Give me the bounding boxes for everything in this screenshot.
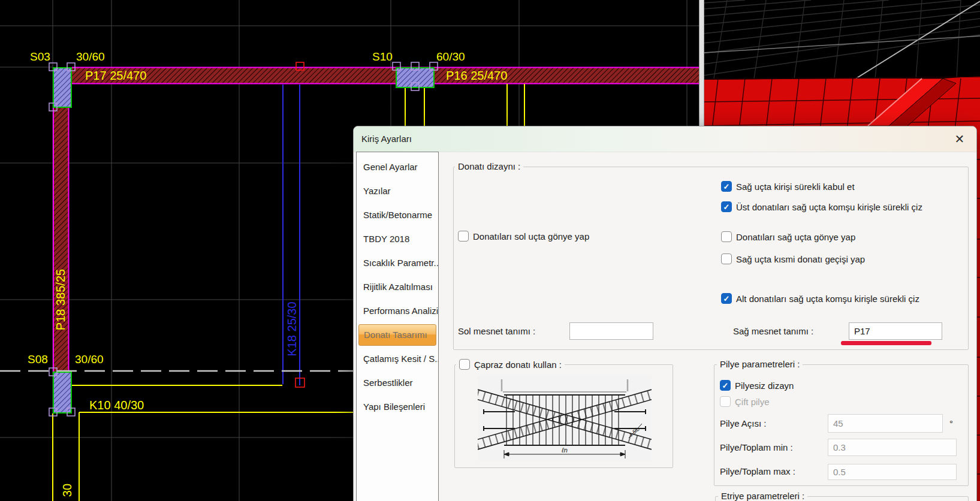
capraz-donati-diagram: ℓn 1.5lb: [478, 376, 652, 461]
beam-p18[interactable]: [53, 108, 69, 372]
sidebar-item-genel-ayarlar[interactable]: Genel Ayarlar: [357, 155, 438, 179]
beam-k18-label: K18 25/30: [285, 301, 298, 356]
checkbox-row-alt-komsu[interactable]: ✓ Alt donatıları sağ uçta komşu kirişle …: [721, 291, 919, 306]
sidebar-item-donati-tasarimi[interactable]: Donatı Tasarımı: [358, 324, 436, 346]
sidebar-item-tbdy-2018[interactable]: TBDY 2018: [357, 227, 438, 251]
group-donati-dizayni-title: Donatı dizaynı :: [458, 161, 520, 171]
sag-mesnet-label: Sağ mesnet tanımı :: [733, 326, 813, 336]
checkbox-row-ust-komsu[interactable]: ✓ Üst donatıları sağ uçta komşu kirişle …: [721, 200, 922, 214]
sol-mesnet-input[interactable]: [569, 322, 653, 340]
group-capraz-donati: Çapraz donatı kullan :: [454, 364, 673, 468]
beam-k10-label: K10 40/30: [89, 399, 144, 412]
sidebar-item-catlamis-kesit[interactable]: Çatlamış Kesit / S...: [357, 347, 438, 371]
pilye-max-label: Pilye/Toplam max :: [720, 466, 795, 476]
column-s10-label: S10: [372, 50, 393, 63]
checkbox-unchecked[interactable]: [458, 231, 469, 242]
column-s10-dim: 60/30: [436, 50, 465, 63]
pilye-acisi-input[interactable]: [828, 414, 943, 433]
red-annotation-underline: [841, 341, 931, 345]
group-pilye-title: Pilye parametreleri :: [720, 359, 800, 369]
beam-p17-label: P17 25/470: [85, 69, 146, 82]
sidebar-item-statik-betonarme[interactable]: Statik/Betonarme: [357, 203, 438, 227]
checkbox-row-sag-surekli[interactable]: ✓ Sağ uçta kirişi sürekli kabul et: [721, 179, 855, 194]
checkbox-unchecked[interactable]: [721, 253, 732, 264]
pilye-acisi-label: Pilye Açısı :: [720, 418, 767, 428]
sidebar-item-performans[interactable]: Performans Analizi: [357, 299, 438, 323]
checkmark-icon: ✓: [723, 203, 730, 211]
sol-mesnet-label: Sol mesnet tanımı :: [458, 326, 535, 336]
sidebar-item-rijitlik[interactable]: Rijitlik Azaltılması: [357, 275, 438, 299]
column-s10[interactable]: [396, 68, 434, 87]
capraz-checkbox[interactable]: [459, 359, 470, 370]
group-etriye-title: Etriye parametreleri :: [721, 491, 804, 501]
degree-unit: °: [949, 418, 953, 428]
checkbox-disabled: [720, 396, 731, 407]
checkmark-icon: ✓: [723, 295, 730, 303]
checkbox-unchecked[interactable]: [721, 231, 732, 242]
close-icon[interactable]: ✕: [952, 132, 967, 146]
checkbox-row-pilyesiz[interactable]: ✓ Pilyesiz dizayn: [720, 378, 794, 393]
column-s03-label: S03: [30, 50, 50, 63]
beam-settings-dialog: Kiriş Ayarları ✕ Genel Ayarlar Yazılar S…: [353, 126, 977, 501]
column-s03[interactable]: [53, 68, 71, 107]
sag-mesnet-input[interactable]: [849, 322, 942, 340]
settings-sidebar: Genel Ayarlar Yazılar Statik/Betonarme T…: [356, 152, 439, 501]
column-s08[interactable]: [53, 372, 71, 413]
checkbox-row-sol-gonye[interactable]: Donatıları sol uçta gönye yap: [458, 229, 589, 243]
checkbox-checked[interactable]: ✓: [721, 293, 732, 304]
sidebar-item-yazilar[interactable]: Yazılar: [357, 179, 438, 203]
column-s08-dim: 30/60: [75, 353, 104, 366]
column-s03-dim: 30/60: [76, 50, 105, 63]
pilye-max-input[interactable]: [828, 464, 957, 480]
group-capraz-title: Çapraz donatı kullan :: [474, 360, 562, 370]
group-etriye-parametreleri: Etriye parametreleri :: [715, 496, 969, 501]
checkbox-checked[interactable]: ✓: [720, 380, 731, 391]
checkbox-row-sag-gonye[interactable]: Donatıları sağ uçta gönye yap: [721, 230, 855, 244]
sidebar-item-yapi-bilesenleri[interactable]: Yapı Bileşenleri: [357, 395, 438, 419]
sidebar-item-serbestlikler[interactable]: Serbestlikler: [357, 371, 438, 395]
sidebar-item-sicaklik[interactable]: Sıcaklık Parametr...: [357, 251, 438, 275]
beam-p18-label: P18 385/25: [54, 269, 67, 330]
checkbox-row-kismi-gecis[interactable]: Sağ uçta kısmi donatı geçişi yap: [721, 252, 865, 266]
pilye-min-input[interactable]: [828, 439, 957, 456]
pilye-min-label: Pilye/Toplam min :: [720, 442, 793, 452]
beam-p16-label: P16 25/470: [446, 69, 507, 82]
checkbox-row-cift-pilye[interactable]: Çift pilye: [720, 394, 770, 409]
dialog-title-bar[interactable]: Kiriş Ayarları ✕: [354, 126, 976, 152]
dialog-title: Kiriş Ayarları: [361, 126, 412, 152]
checkmark-icon: ✓: [722, 382, 729, 390]
checkbox-checked[interactable]: ✓: [721, 181, 732, 192]
checkbox-checked[interactable]: ✓: [721, 201, 732, 212]
edge-partial-label: 30: [61, 484, 74, 497]
beam-p17-p16[interactable]: [72, 68, 699, 84]
diagram-ln-label: ℓn: [561, 446, 568, 454]
column-s08-label: S08: [28, 353, 48, 366]
checkmark-icon: ✓: [723, 183, 730, 191]
